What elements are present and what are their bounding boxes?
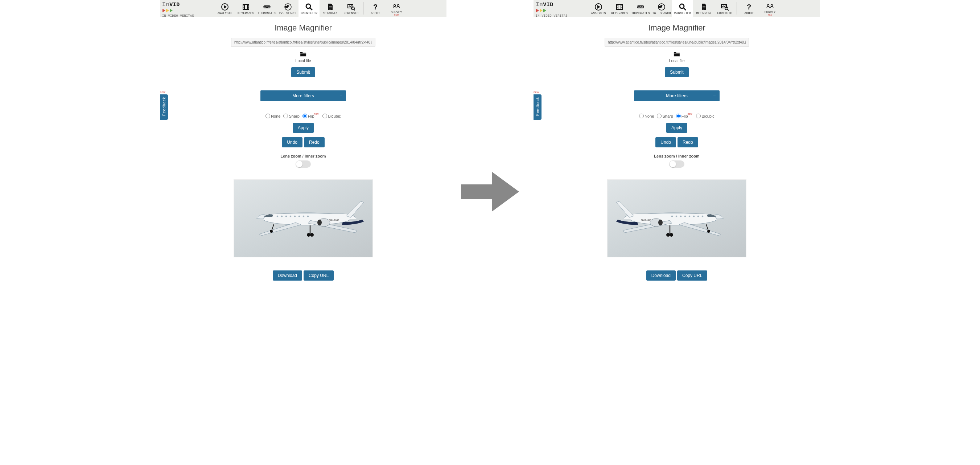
copy-url-button[interactable]: Copy URL — [677, 270, 707, 281]
filter-radio-sharp[interactable] — [657, 113, 662, 118]
nav-label: ANALYSIS — [591, 12, 606, 15]
filter-radio-group: NoneSharpFlipnewBicubic — [160, 113, 447, 118]
filter-label: Sharp — [289, 114, 299, 118]
analysis-icon — [221, 3, 229, 11]
more-filters-button[interactable]: More filters− — [261, 90, 346, 101]
magnifier-image[interactable] — [234, 179, 373, 257]
transition-arrow — [461, 0, 519, 281]
local-file-label: Local file — [533, 58, 820, 63]
forensic-icon — [721, 3, 729, 11]
redo-button[interactable]: Redo — [678, 137, 698, 147]
nav-forensic[interactable]: FORENSIC — [340, 0, 362, 17]
magnifier-image[interactable] — [607, 179, 746, 257]
filter-none[interactable]: None — [639, 113, 654, 118]
filter-none[interactable]: None — [266, 113, 280, 118]
undo-button[interactable]: Undo — [282, 137, 302, 147]
apply-button[interactable]: Apply — [293, 123, 314, 133]
filter-flip[interactable]: Flipnew — [302, 113, 320, 118]
thumbnails-icon — [263, 3, 271, 11]
survey-icon — [393, 2, 401, 10]
nav-magnifier[interactable]: MAGNIFIER — [672, 0, 693, 17]
brand-logo: InVIDIN VIDEO VERITAS — [533, 0, 571, 17]
filter-flip[interactable]: Flipnew — [676, 113, 694, 118]
filter-label: Flip — [308, 114, 315, 118]
filter-radio-none[interactable] — [266, 113, 270, 118]
analysis-icon — [595, 3, 603, 11]
keyframes-icon — [616, 3, 624, 11]
nav-survey[interactable]: SURVEYNEW — [386, 0, 407, 17]
brand-vid: VID — [169, 2, 180, 8]
nav-label: ABOUT — [744, 12, 754, 15]
redo-button[interactable]: Redo — [304, 137, 325, 147]
brand-in: In — [536, 2, 543, 8]
nav-metadata[interactable]: METADATA — [320, 0, 340, 17]
filter-new-tag: new — [314, 112, 319, 115]
forensic-icon — [347, 3, 355, 11]
nav-keyframes[interactable]: KEYFRAMES — [609, 0, 630, 17]
zoom-mode-toggle[interactable] — [296, 160, 311, 168]
filter-radio-bicubic[interactable] — [323, 113, 327, 118]
nav-label: METADATA — [323, 12, 338, 15]
feedback-tab[interactable]: new Feedback — [160, 94, 168, 120]
filter-label: None — [271, 114, 280, 118]
filter-sharp[interactable]: Sharp — [283, 113, 299, 118]
nav-about[interactable]: ABOUT — [738, 0, 759, 17]
more-filters-button[interactable]: More filters− — [634, 90, 719, 101]
nav-label: KEYFRAMES — [237, 12, 254, 15]
filter-radio-none[interactable] — [639, 113, 644, 118]
nav-label: ABOUT — [371, 12, 380, 15]
download-button[interactable]: Download — [646, 270, 676, 281]
local-file-icon[interactable] — [673, 50, 681, 57]
nav-forensic[interactable]: FORENSIC — [714, 0, 735, 17]
nav-about[interactable]: ABOUT — [365, 0, 386, 17]
filter-sharp[interactable]: Sharp — [657, 113, 673, 118]
filter-bicubic[interactable]: Bicubic — [323, 113, 340, 118]
filter-radio-sharp[interactable] — [283, 113, 288, 118]
download-button[interactable]: Download — [273, 270, 302, 281]
nav-twsearch[interactable]: TW. SEARCH — [651, 0, 672, 17]
local-file-icon[interactable] — [299, 50, 307, 57]
undo-button[interactable]: Undo — [655, 137, 676, 147]
nav-label: FORENSIC — [344, 12, 359, 15]
collapse-icon: − — [713, 93, 716, 99]
filter-label: Flip — [681, 114, 688, 118]
twsearch-icon — [657, 3, 665, 11]
more-filters-label: More filters — [666, 93, 687, 98]
nav-thumbnails[interactable]: THUMBNAILS — [630, 0, 651, 17]
nav-metadata[interactable]: METADATA — [693, 0, 714, 17]
brand-vid: VID — [543, 2, 554, 8]
nav-twsearch[interactable]: TW. SEARCH — [277, 0, 299, 17]
filter-label: Bicubic — [702, 114, 714, 118]
filter-radio-flip[interactable] — [676, 113, 681, 118]
zoom-mode-toggle[interactable] — [669, 160, 684, 168]
nav-magnifier[interactable]: MAGNIFIER — [299, 0, 320, 17]
filter-radio-group: NoneSharpFlipnewBicubic — [533, 113, 820, 118]
submit-button[interactable]: Submit — [665, 67, 688, 77]
nav-survey[interactable]: SURVEYNEW — [759, 0, 781, 17]
filter-radio-flip[interactable] — [302, 113, 307, 118]
copy-url-button[interactable]: Copy URL — [304, 270, 334, 281]
nav-label: THUMBNAILS — [258, 12, 276, 15]
nav-label: KEYFRAMES — [611, 12, 628, 15]
nav-keyframes[interactable]: KEYFRAMES — [235, 0, 256, 17]
image-url-input[interactable] — [231, 38, 375, 47]
image-url-input[interactable] — [605, 38, 749, 47]
filter-bicubic[interactable]: Bicubic — [696, 113, 714, 118]
nav-label: FORENSIC — [718, 12, 732, 15]
feedback-tab[interactable]: new Feedback — [533, 94, 541, 120]
magnifier-icon — [679, 3, 687, 11]
nav-new-tag: NEW — [394, 14, 399, 16]
filter-label: None — [644, 114, 654, 118]
filter-radio-bicubic[interactable] — [696, 113, 701, 118]
keyframes-icon — [242, 3, 250, 11]
zoom-mode-label: Lens zoom / Inner zoom — [160, 154, 447, 158]
page-title: Image Magnifier — [533, 23, 820, 33]
apply-button[interactable]: Apply — [666, 123, 687, 133]
nav-thumbnails[interactable]: THUMBNAILS — [256, 0, 277, 17]
local-file-label: Local file — [160, 58, 447, 63]
nav-analysis[interactable]: ANALYSIS — [214, 0, 235, 17]
submit-button[interactable]: Submit — [291, 67, 315, 77]
nav-analysis[interactable]: ANALYSIS — [588, 0, 609, 17]
feedback-new-tag: new — [533, 90, 539, 94]
nav-separator — [363, 2, 363, 14]
